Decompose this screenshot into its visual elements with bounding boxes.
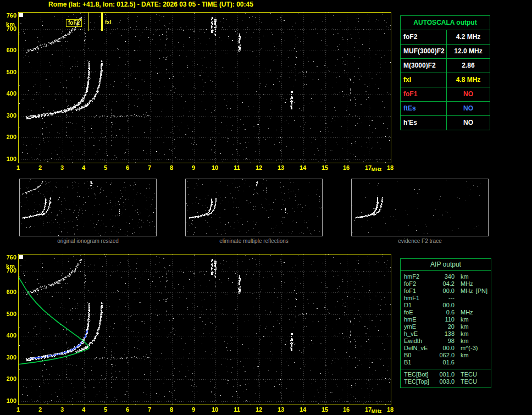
aip-row-b0: B0062.0km [404,352,487,359]
row-value: 98 [434,337,455,345]
x-tick-label: 16 [338,164,354,171]
x-tick-label: 7 [141,164,158,171]
row-value: 0.6 [434,309,455,316]
x-tick-label: 16 [338,406,354,413]
row-value: 01.6 [434,359,455,366]
aip-row-ewidth: Ewidth98km [404,337,487,345]
x-tick-label: 13 [273,406,289,413]
y-tick-label: 400 [0,90,16,97]
y-tick-label: 400 [0,332,16,339]
x-tick-label: 8 [163,164,180,171]
x-tick-label: 8 [163,406,180,413]
x-tick-label: 15 [317,406,333,413]
x-axis-unit-label: MHz [368,166,385,173]
row-label: foF1 [401,87,447,101]
autoscala-row-hes: h'Es NO [401,116,490,130]
x-tick-label: 6 [119,406,136,413]
aip-output-body: hmF2340km foF204.2MHz foF100.0MHz[PN] hm… [401,271,491,367]
thumbnail-eliminate-reflections [185,179,323,236]
aip-row-d1: D100.0 [404,302,487,309]
y-tick-label: 500 [0,311,16,317]
y-axis-unit-label: km [0,263,15,269]
thumbnail-eliminate-reflections-canvas [186,179,322,236]
row-label: TEC[Bot] [404,371,434,378]
aip-output-header: AIP output [401,259,491,271]
row-value: 04.2 [434,280,455,287]
row-value: 2.86 [447,59,490,73]
row-label: foF2 [404,280,434,287]
x-tick-label: 15 [317,164,333,171]
aip-row-b1: B101.6 [404,359,487,366]
row-value: 00.0 [434,345,455,352]
row-unit: MHz [461,309,473,316]
row-label: foE [404,309,434,316]
y-tick-label: 300 [0,112,16,119]
row-label: D1 [404,302,434,309]
aip-row-fof1: foF100.0MHz[PN] [404,287,487,295]
thumbnail-caption: evidence F2 trace [351,238,489,244]
row-value: 001.0 [434,371,455,378]
row-value: 003.0 [434,378,455,385]
station-date-title: Rome (lat: +41.8, lon: 012.5) - DATE: 20… [48,1,253,8]
y-tick-label: 100 [0,156,16,162]
x-tick-label: 1 [10,164,26,171]
x-tick-label: 6 [119,164,136,171]
scaled-ionogram-plot: 760700600500400300200100km12345678910111… [0,12,401,184]
profile-ionogram-frame [18,254,391,405]
row-label: h'Es [401,116,447,130]
row-value: 12.0 MHz [447,45,490,58]
autoscala-output-table: AUTOSCALA output foF2 4.2 MHz MUF(3000)F… [400,15,490,130]
row-value: 062.0 [434,352,455,359]
row-note: [PN] [476,287,487,295]
scaled-ionogram-frame [18,12,391,163]
aip-row-tectop: TEC[Top]003.0TECU [404,378,487,385]
row-label: ftEs [401,102,447,115]
thumbnail-original-ionogram [19,179,157,236]
x-tick-label: 12 [251,406,267,413]
row-value: 20 [434,323,455,330]
y-tick-label: 600 [0,47,16,53]
aip-row-hmf1: hmF1--- [404,295,487,302]
row-unit: km [461,330,469,337]
thumbnail-evidence-f2-canvas [352,179,488,236]
row-label: foF2 [401,30,447,44]
row-unit: MHz [461,287,473,295]
aip-row-hme: hmE110km [404,316,487,323]
x-tick-label: 4 [75,406,92,413]
x-tick-label: 9 [185,406,202,413]
x-tick-label: 3 [54,164,70,171]
row-label: foF1 [404,287,434,295]
autoscala-row-fof2: foF2 4.2 MHz [401,30,490,45]
autoscala-row-fof1: foF1 NO [401,87,490,102]
x-tick-label: 1 [10,406,26,413]
x-tick-label: 13 [273,164,289,171]
y-tick-label: 760 [0,12,16,19]
row-label: M(3000)F2 [401,59,447,73]
row-label: Ewidth [404,337,434,345]
y-tick-label: 300 [0,354,16,361]
row-label: MUF(3000)F2 [401,45,447,58]
x-tick-label: 10 [207,406,223,413]
aip-row-tecbot: TEC[Bot]001.0TECU [404,371,487,378]
fxi-marker-label: fxI [105,19,112,26]
aip-row-yme: ymE20km [404,323,487,330]
y-axis-unit-label: km [0,21,15,27]
row-value: NO [447,87,490,101]
row-value: 110 [434,316,455,323]
y-tick-label: 200 [0,134,16,140]
aip-row-fof2: foF204.2MHz [404,280,487,287]
row-unit: km [461,316,469,323]
x-tick-label: 12 [251,164,267,171]
x-tick-label: 5 [97,164,114,171]
row-unit: km [461,352,469,359]
row-unit: TECU [461,371,477,378]
row-value: NO [447,116,490,130]
x-tick-label: 14 [295,164,311,171]
y-tick-label: 200 [0,375,16,382]
x-tick-label: 9 [185,164,202,171]
autoscala-output-header: AUTOSCALA output [401,16,490,30]
x-tick-label: 10 [207,164,223,171]
aip-output-table: AIP output hmF2340km foF204.2MHz foF100.… [400,258,491,388]
row-value: 00.0 [434,302,455,309]
aip-row-delnve: DelN_vE00.0m^(-3) [404,345,487,352]
